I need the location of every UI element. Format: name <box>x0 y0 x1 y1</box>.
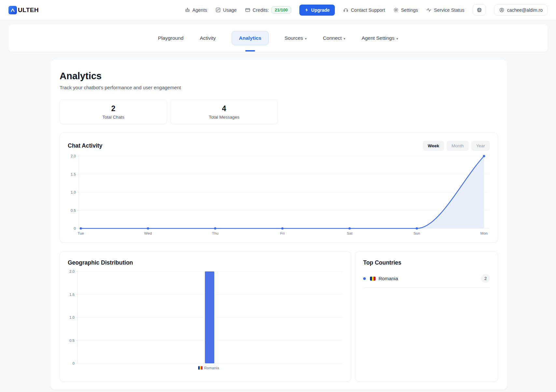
tab-sources[interactable]: Sources ▾ <box>284 31 307 45</box>
tab-playground-label: Playground <box>158 35 183 41</box>
country-name: Romania <box>378 276 398 281</box>
nav-contact-support-label: Contact Support <box>351 7 385 13</box>
analytics-page: Analytics Track your chatbot's performan… <box>50 60 507 390</box>
active-tab-indicator <box>245 50 255 51</box>
country-count-badge: 2 <box>481 274 490 283</box>
svg-text:0.5: 0.5 <box>69 339 75 342</box>
headset-icon <box>343 7 349 13</box>
total-messages-value: 4 <box>222 104 226 113</box>
nav-credits-label: Credits: <box>253 7 269 13</box>
range-year-button[interactable]: Year <box>471 141 490 151</box>
bullet-dot-icon <box>363 277 366 280</box>
user-icon <box>499 7 505 13</box>
lightning-icon <box>305 8 309 12</box>
bar-chart-svg: 00.51.01.52.0Romania <box>68 269 344 374</box>
page-title: Analytics <box>60 71 498 81</box>
line-chart-svg: 00.51.01.52.0TueWedThuFriSatSunMon <box>68 153 491 237</box>
chevron-down-icon: ▾ <box>344 37 345 40</box>
svg-text:0.5: 0.5 <box>71 209 76 212</box>
total-chats-label: Total Chats <box>102 115 124 120</box>
pulse-icon <box>426 7 432 13</box>
svg-text:Sun: Sun <box>413 231 420 235</box>
svg-text:1.0: 1.0 <box>71 190 76 194</box>
account-email: cachee@aldim.ro <box>507 7 543 13</box>
chevron-down-icon: ▾ <box>396 37 398 40</box>
nav-agents-label: Agents <box>192 7 207 13</box>
chat-activity-panel: Chat Activity Week Month Year 00.51.01.5… <box>60 133 498 243</box>
svg-text:2.0: 2.0 <box>69 269 75 273</box>
range-toggle-group: Week Month Year <box>423 141 490 151</box>
svg-text:2.0: 2.0 <box>71 154 76 158</box>
agent-tabbar: Playground Activity Analytics Sources ▾ … <box>8 24 548 52</box>
header-nav: Agents Usage Credits: 21/100 Upgrade Con… <box>185 4 548 16</box>
robot-icon <box>185 7 190 13</box>
upgrade-button[interactable]: Upgrade <box>299 5 335 16</box>
nav-credits[interactable]: Credits: 21/100 <box>245 6 292 14</box>
bottom-row: Geographic Distribution 00.51.01.52.0Rom… <box>60 251 498 382</box>
tab-sources-label: Sources <box>284 35 303 41</box>
credit-card-icon <box>245 7 250 13</box>
top-countries-panel: Top Countries Romania 2 <box>355 251 498 382</box>
total-messages-label: Total Messages <box>209 115 239 120</box>
chat-activity-chart: 00.51.01.52.0TueWedThuFriSatSunMon <box>68 153 490 238</box>
romania-flag-icon <box>370 277 376 281</box>
stat-total-messages: 4 Total Messages <box>170 99 278 124</box>
tab-agent-settings-label: Agent Settings <box>362 35 394 41</box>
svg-text:Romania: Romania <box>204 366 220 370</box>
logo-icon <box>8 6 17 14</box>
svg-text:Sat: Sat <box>347 231 353 235</box>
brand-name: ULTEH <box>18 7 39 14</box>
tab-connect-label: Connect <box>323 35 342 41</box>
country-list-item: Romania 2 <box>363 274 490 288</box>
language-button[interactable] <box>473 4 486 16</box>
range-week-button[interactable]: Week <box>423 141 444 151</box>
tab-activity-label: Activity <box>200 35 216 41</box>
svg-text:1.5: 1.5 <box>71 172 76 176</box>
geographic-distribution-panel: Geographic Distribution 00.51.01.52.0Rom… <box>60 251 351 382</box>
chat-activity-header: Chat Activity Week Month Year <box>68 141 490 151</box>
svg-text:Tue: Tue <box>78 231 84 235</box>
total-chats-value: 2 <box>111 104 116 113</box>
tab-analytics-label: Analytics <box>239 35 262 41</box>
credits-badge: 21/100 <box>271 6 292 14</box>
upgrade-label: Upgrade <box>311 7 330 13</box>
nav-usage[interactable]: Usage <box>215 7 237 13</box>
svg-text:Wed: Wed <box>144 231 152 235</box>
range-month-button[interactable]: Month <box>447 141 469 151</box>
top-countries-title: Top Countries <box>363 259 490 266</box>
chevron-down-icon: ▾ <box>305 37 307 40</box>
brand-logo[interactable]: ULTEH <box>8 6 39 14</box>
geographic-distribution-title: Geographic Distribution <box>68 259 343 266</box>
svg-text:Fri: Fri <box>280 231 284 235</box>
svg-text:1.5: 1.5 <box>69 293 75 297</box>
nav-service-status-label: Service Status <box>434 7 464 13</box>
tab-connect[interactable]: Connect ▾ <box>322 31 346 45</box>
gear-icon <box>393 7 399 13</box>
svg-text:0: 0 <box>74 226 76 230</box>
globe-icon <box>477 7 482 13</box>
nav-settings-label: Settings <box>401 7 418 13</box>
tab-activity[interactable]: Activity <box>199 31 216 45</box>
tab-analytics[interactable]: Analytics <box>232 31 269 45</box>
stats-row: 2 Total Chats 4 Total Messages <box>60 99 498 124</box>
svg-text:1.0: 1.0 <box>69 315 75 319</box>
nav-service-status[interactable]: Service Status <box>426 7 464 13</box>
nav-usage-label: Usage <box>223 7 237 13</box>
svg-text:Thu: Thu <box>212 231 219 235</box>
tab-playground[interactable]: Playground <box>157 31 184 45</box>
stat-total-chats: 2 Total Chats <box>60 99 167 124</box>
nav-contact-support[interactable]: Contact Support <box>343 7 385 13</box>
account-button[interactable]: cachee@aldim.ro <box>494 4 548 16</box>
page-subtitle: Track your chatbot's performance and use… <box>60 85 498 90</box>
tab-agent-settings[interactable]: Agent Settings ▾ <box>361 31 399 45</box>
nav-agents[interactable]: Agents <box>185 7 207 13</box>
svg-text:0: 0 <box>73 361 75 365</box>
geographic-distribution-chart: 00.51.01.52.0Romania <box>68 269 343 375</box>
chat-activity-title: Chat Activity <box>68 142 102 149</box>
nav-settings[interactable]: Settings <box>393 7 418 13</box>
app-header: ULTEH Agents Usage Credits: 21/100 Upgra… <box>0 0 556 20</box>
svg-text:Mon: Mon <box>480 231 488 235</box>
chart-icon <box>215 7 221 13</box>
